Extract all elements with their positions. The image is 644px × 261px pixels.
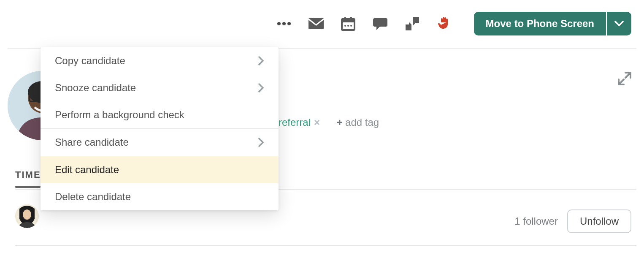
unfollow-label: Unfollow	[580, 215, 619, 227]
tag-area: referral × + add tag	[279, 117, 379, 128]
svg-point-9	[347, 25, 349, 27]
menu-label: Snooze candidate	[55, 82, 136, 94]
svg-point-10	[350, 25, 352, 27]
toolbar: Move to Phone Screen	[276, 12, 631, 35]
menu-delete-candidate[interactable]: Delete candidate	[41, 183, 279, 210]
svg-point-0	[277, 22, 281, 25]
tab-timeline-label: TIME	[15, 169, 41, 180]
expand-icon[interactable]	[618, 72, 631, 85]
menu-background-check[interactable]: Perform a background check	[41, 101, 279, 128]
svg-rect-6	[344, 17, 346, 21]
menu-label: Share candidate	[55, 136, 129, 148]
svg-rect-5	[342, 19, 354, 22]
author-avatar	[15, 204, 39, 228]
thumbs-icon[interactable]	[404, 15, 421, 32]
menu-share-candidate[interactable]: Share candidate	[41, 129, 279, 156]
menu-edit-candidate[interactable]: Edit candidate	[41, 156, 279, 183]
add-tag-button[interactable]: + add tag	[337, 117, 379, 128]
tag-label: referral	[279, 117, 311, 128]
plus-icon: +	[337, 117, 343, 128]
menu-label: Perform a background check	[55, 109, 184, 121]
calendar-icon[interactable]	[340, 15, 357, 32]
svg-rect-7	[350, 17, 352, 21]
menu-snooze-candidate[interactable]: Snooze candidate	[41, 74, 279, 101]
follower-count: 1 follower	[514, 215, 558, 227]
mail-icon[interactable]	[308, 15, 325, 32]
hand-icon[interactable]	[436, 15, 453, 32]
svg-point-19	[23, 209, 31, 220]
move-stage-chevron-button[interactable]	[607, 12, 631, 35]
more-icon[interactable]	[276, 15, 292, 32]
menu-label: Edit candidate	[55, 164, 119, 176]
candidate-actions-menu: Copy candidate Snooze candidate Perform …	[41, 47, 279, 210]
remove-tag-icon[interactable]: ×	[314, 117, 320, 128]
svg-rect-3	[308, 18, 324, 29]
chevron-right-icon	[258, 83, 264, 92]
comment-icon[interactable]	[372, 15, 389, 32]
chevron-right-icon	[258, 138, 264, 147]
follower-area: 1 follower Unfollow	[514, 209, 631, 233]
svg-point-2	[287, 22, 291, 25]
move-stage-label: Move to Phone Screen	[486, 18, 594, 30]
chevron-right-icon	[258, 56, 264, 65]
add-tag-label: add tag	[345, 117, 379, 128]
tab-timeline[interactable]: TIME	[15, 169, 41, 180]
tag-referral[interactable]: referral ×	[279, 117, 320, 128]
chevron-down-icon	[614, 21, 624, 27]
divider	[15, 245, 636, 246]
menu-copy-candidate[interactable]: Copy candidate	[41, 47, 279, 74]
move-stage-button[interactable]: Move to Phone Screen	[474, 12, 606, 35]
menu-label: Delete candidate	[55, 191, 131, 203]
unfollow-button[interactable]: Unfollow	[567, 209, 631, 233]
svg-point-8	[344, 25, 346, 27]
tab-underline	[15, 186, 41, 188]
svg-point-1	[282, 22, 286, 25]
move-stage-group: Move to Phone Screen	[474, 12, 631, 35]
menu-label: Copy candidate	[55, 55, 125, 67]
